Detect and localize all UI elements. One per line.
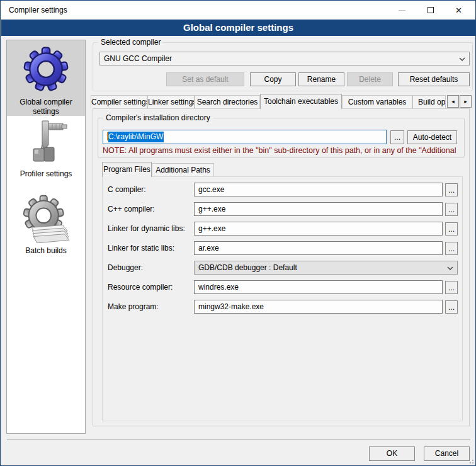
copy-button[interactable]: Copy	[250, 72, 296, 86]
installation-directory-input[interactable]: C:\raylib\MinGW	[103, 130, 387, 144]
arrow-right-icon: ▸	[464, 98, 467, 105]
sidebar-item-batch-builds[interactable]: Batch builds	[7, 190, 85, 266]
close-icon: ✕	[455, 6, 462, 14]
tab-custom-variables[interactable]: Custom variables	[342, 95, 412, 108]
installation-directory-value: C:\raylib\MinGW	[108, 132, 164, 142]
tab-toolchain-executables[interactable]: Toolchain executables	[260, 94, 342, 109]
resource-compiler-input[interactable]: windres.exe	[194, 280, 443, 294]
maximize-icon	[428, 7, 434, 13]
sidebar-item-global-compiler-settings[interactable]: Global compiler settings	[7, 40, 85, 116]
auto-detect-button[interactable]: Auto-detect	[407, 130, 457, 144]
cancel-button[interactable]: Cancel	[424, 446, 470, 461]
set-as-default-button[interactable]: Set as default	[166, 72, 244, 86]
selected-compiler-group: Selected compiler GNU GCC Compiler Set a…	[93, 42, 473, 91]
subtab-additional-paths[interactable]: Additional Paths	[152, 163, 214, 176]
page-title: Global compiler settings	[1, 20, 475, 36]
bin-subdirectory-note: NOTE: All programs must exist either in …	[103, 146, 463, 155]
c-compiler-browse-button[interactable]: ...	[445, 183, 458, 196]
program-files-tabs-bar: Program Files Additional Paths	[102, 162, 461, 177]
chevron-down-icon	[447, 266, 453, 270]
minimize-button[interactable]	[388, 1, 416, 20]
tab-scroll-left-button[interactable]: ◂	[447, 95, 459, 108]
tab-build-options-truncated[interactable]: Build options	[412, 95, 446, 108]
resize-grip[interactable]	[468, 458, 473, 463]
minimize-icon	[399, 10, 405, 11]
tab-scroll-right-button[interactable]: ▸	[460, 95, 472, 108]
toolchain-executables-panel: Compiler's installation directory C:\ray…	[93, 108, 470, 426]
gray-gear-papers-icon	[22, 194, 70, 245]
subtab-program-files[interactable]: Program Files	[102, 162, 152, 177]
selected-compiler-group-label: Selected compiler	[98, 38, 163, 47]
blue-gear-icon	[21, 44, 71, 96]
ok-button[interactable]: OK	[369, 446, 415, 461]
linker-dynamic-label: Linker for dynamic libs:	[108, 222, 185, 236]
cpp-compiler-browse-button[interactable]: ...	[445, 203, 458, 216]
linker-static-label: Linker for static libs:	[108, 241, 174, 255]
linker-dynamic-input[interactable]: g++.exe	[194, 222, 443, 236]
cpp-compiler-input[interactable]: g++.exe	[194, 202, 443, 216]
resource-compiler-browse-button[interactable]: ...	[445, 281, 458, 294]
c-compiler-label: C compiler:	[108, 183, 146, 196]
close-button[interactable]: ✕	[445, 1, 473, 20]
cpp-compiler-label: C++ compiler:	[108, 202, 155, 216]
program-files-panel: C compiler: gcc.exe ... C++ compiler: g+…	[102, 176, 463, 421]
make-program-input[interactable]: mingw32-make.exe	[194, 300, 443, 314]
tab-compiler-settings[interactable]: Compiler settings	[91, 95, 147, 108]
installation-directory-group-label: Compiler's installation directory	[103, 113, 213, 122]
title-bar[interactable]: Compiler settings ✕	[1, 1, 475, 20]
compiler-settings-dialog: Compiler settings ✕ Global compiler sett…	[0, 0, 476, 466]
footer-divider	[7, 440, 470, 440]
tab-linker-settings[interactable]: Linker settings	[147, 95, 195, 108]
sidebar-item-label: Profiler settings	[18, 168, 75, 183]
make-program-browse-button[interactable]: ...	[445, 300, 458, 314]
selected-compiler-value: GNU GCC Compiler	[104, 54, 172, 63]
selected-compiler-dropdown[interactable]: GNU GCC Compiler	[99, 52, 470, 65]
installation-directory-group: Compiler's installation directory C:\ray…	[98, 118, 465, 158]
make-program-label: Make program:	[108, 300, 159, 314]
debugger-dropdown[interactable]: GDB/CDB debugger : Default	[194, 261, 458, 275]
caliper-icon	[23, 120, 69, 168]
sidebar-item-label: Batch builds	[23, 245, 69, 259]
debugger-label: Debugger:	[108, 261, 143, 275]
arrow-left-icon: ◂	[451, 98, 455, 105]
linker-dynamic-browse-button[interactable]: ...	[445, 222, 458, 236]
debugger-value: GDB/CDB debugger : Default	[198, 263, 297, 272]
chevron-down-icon	[459, 57, 465, 61]
sidebar-item-label: Global compiler settings	[7, 96, 85, 120]
sidebar-item-profiler-settings[interactable]: Profiler settings	[7, 116, 85, 190]
window-title: Compiler settings	[9, 6, 67, 14]
maximize-button[interactable]	[416, 1, 445, 20]
linker-static-browse-button[interactable]: ...	[445, 242, 458, 255]
rename-button[interactable]: Rename	[298, 72, 344, 86]
reset-defaults-button[interactable]: Reset defaults	[398, 72, 470, 86]
c-compiler-input[interactable]: gcc.exe	[194, 183, 443, 196]
resource-compiler-label: Resource compiler:	[108, 280, 173, 294]
settings-category-sidebar: Global compiler settings Profiler settin…	[6, 40, 86, 434]
tab-search-directories[interactable]: Search directories	[195, 95, 260, 108]
linker-static-input[interactable]: ar.exe	[194, 241, 443, 255]
browse-directory-button[interactable]: ...	[390, 130, 404, 144]
delete-button[interactable]: Delete	[347, 72, 393, 86]
compiler-tabs-bar: Compiler settings Linker settings Search…	[91, 94, 475, 109]
